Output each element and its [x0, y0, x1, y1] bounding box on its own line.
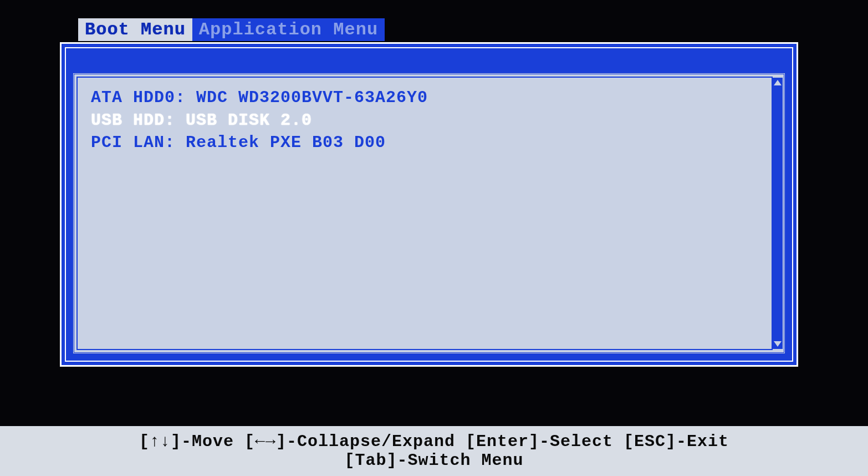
help-line-1: [↑↓]-Move [←→]-Collapse/Expand [Enter]-S…: [139, 432, 729, 451]
boot-item-ata-hdd0[interactable]: ATA HDD0: WDC WD3200BVVT-63A26Y0: [91, 87, 767, 109]
tab-application-menu[interactable]: Application Menu: [192, 18, 385, 41]
boot-device-list: ATA HDD0: WDC WD3200BVVT-63A26Y0 USB HDD…: [91, 82, 767, 159]
boot-item-usb-hdd[interactable]: USB HDD: USB DISK 2.0: [91, 109, 767, 132]
inner-frame: ATA HDD0: WDC WD3200BVVT-63A26Y0 USB HDD…: [65, 47, 793, 362]
bios-boot-window: Boot Menu Application Menu ATA HDD0: WDC…: [60, 42, 798, 367]
help-footer: [↑↓]-Move [←→]-Collapse/Expand [Enter]-S…: [0, 426, 868, 476]
help-line-2: [Tab]-Switch Menu: [344, 451, 523, 470]
scroll-up-icon[interactable]: [774, 80, 782, 85]
tab-boot-menu[interactable]: Boot Menu: [78, 18, 192, 41]
scrollbar[interactable]: [773, 78, 783, 349]
boot-device-panel: ATA HDD0: WDC WD3200BVVT-63A26Y0 USB HDD…: [73, 73, 785, 354]
boot-item-pci-lan[interactable]: PCI LAN: Realtek PXE B03 D00: [91, 131, 767, 154]
tab-bar: Boot Menu Application Menu: [78, 18, 385, 41]
scroll-down-icon[interactable]: [774, 341, 782, 347]
